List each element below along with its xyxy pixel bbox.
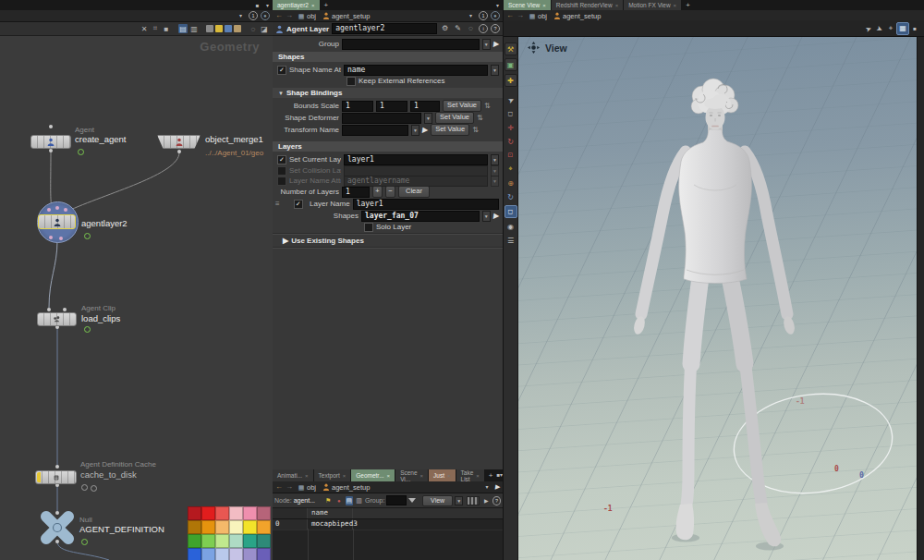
node-null-shape[interactable] [39, 509, 76, 546]
select-arrow-button[interactable]: ▶ [421, 126, 428, 134]
checkbox-unchecked[interactable] [346, 77, 356, 86]
breadcrumb-agent-setup[interactable]: agent_setup [321, 12, 371, 20]
dropdown-button[interactable]: ▼ [491, 176, 499, 187]
palette-swatch[interactable] [201, 520, 215, 534]
view-menu-button[interactable]: View [422, 495, 453, 506]
chevron-down-icon[interactable]: ▾ [492, 0, 503, 10]
magnifier-icon[interactable]: ◌ [466, 24, 476, 34]
scale-tool-icon[interactable]: ⊡ [505, 150, 517, 161]
back-arrow-icon[interactable]: ← [275, 483, 283, 491]
node-object-merge1[interactable] [157, 135, 201, 149]
bounds-y-field[interactable]: 1 [376, 101, 407, 112]
node-agentlayer2[interactable] [38, 214, 76, 229]
tab-take-list[interactable]: Take List× [456, 469, 485, 481]
node-badge[interactable] [84, 326, 91, 333]
hand-tool-icon[interactable]: ☰ [505, 235, 517, 246]
pin-icon[interactable]: ● [261, 11, 270, 20]
tab-agentlayer2[interactable]: agentlayer2 × [273, 0, 321, 10]
set-current-layers-field[interactable]: layer1 [344, 154, 488, 165]
palette-swatch[interactable] [215, 506, 229, 520]
node-name[interactable]: cache_to_disk [80, 469, 137, 480]
close-icon[interactable]: × [476, 473, 480, 479]
palette-swatch[interactable] [201, 506, 215, 520]
chevron-down-icon[interactable]: ▾ [466, 11, 476, 21]
link-group-badge[interactable]: 1 [249, 11, 258, 20]
back-arrow-icon[interactable]: ← [275, 12, 283, 19]
palette-swatch[interactable] [201, 534, 215, 548]
close-icon[interactable]: × [447, 473, 451, 479]
palette-swatch[interactable] [188, 506, 201, 520]
remove-layer-button[interactable]: − [385, 186, 395, 198]
palette-swatch[interactable] [229, 548, 243, 560]
pane-split-icon[interactable]: ■ [252, 0, 262, 10]
spinner-icon[interactable]: ⇅ [484, 102, 491, 110]
close-icon[interactable]: × [420, 473, 424, 479]
breadcrumb-agent-setup[interactable]: agent_setup [321, 483, 371, 492]
breadcrumb-agent-setup[interactable]: agent_setup [552, 12, 602, 20]
drag-handle-icon[interactable]: ≡ [275, 200, 280, 208]
palette-swatch[interactable] [243, 534, 257, 548]
close-icon[interactable]: × [311, 3, 315, 8]
tab-geometry-spreadsheet[interactable]: Geometr...× [351, 469, 395, 481]
layer-name-field[interactable]: layer1 [353, 199, 499, 210]
use-existing-shapes-row[interactable]: ▶ Use Existing Shapes [273, 236, 503, 246]
dropdown-button[interactable]: ▼ [482, 211, 491, 222]
tab-scene-view[interactable]: Scene Vi...× [395, 469, 429, 481]
select-arrow-button[interactable]: ▶ [492, 40, 499, 48]
tool-add-icon[interactable]: ✚ [505, 74, 517, 87]
rotate-tool-icon[interactable]: ↻ [505, 136, 517, 147]
filter-funnel-icon[interactable] [408, 498, 416, 503]
set-value-button[interactable]: Set Value [443, 100, 481, 112]
palette-swatch[interactable] [257, 534, 271, 548]
network-canvas[interactable]: Geometry [0, 34, 273, 560]
tab-just[interactable]: Just× [429, 469, 456, 481]
select-arrow-button[interactable]: ▶ [492, 212, 499, 220]
select-arrow-button[interactable]: ▶ [494, 483, 501, 491]
tab-motion-fx-view[interactable]: Motion FX View× [624, 0, 682, 10]
tab-scene-view[interactable]: Scene View× [504, 0, 552, 10]
expand-arrow-icon[interactable]: ▶ [481, 495, 491, 505]
checkbox-checked[interactable]: ✓ [294, 200, 303, 209]
checkbox-disabled[interactable] [277, 166, 286, 176]
flag-icon[interactable]: ⚑ [323, 495, 333, 505]
palette-swatch[interactable] [215, 520, 229, 534]
palette-swatch[interactable] [257, 548, 271, 560]
group-field[interactable] [342, 39, 480, 50]
translate-tool-icon[interactable]: ✛ [505, 122, 517, 133]
add-layer-button[interactable]: + [372, 186, 383, 198]
tools-icon[interactable]: ✕ [140, 24, 149, 33]
chevron-down-icon[interactable]: ▾ [262, 0, 273, 10]
palette-swatch[interactable] [215, 534, 229, 548]
palette-swatch[interactable] [243, 506, 257, 520]
orbit-tool-icon[interactable]: ↻ [505, 191, 517, 202]
transform-name-field[interactable] [342, 125, 408, 136]
right-stowbar[interactable] [917, 37, 924, 560]
dropdown-button[interactable]: ▼ [482, 39, 491, 50]
network-box-chip-icon[interactable] [225, 25, 232, 32]
clear-layers-button[interactable]: Clear [398, 186, 430, 198]
node-name[interactable]: agentlayer2 [81, 218, 128, 228]
info-icon[interactable]: i [479, 24, 488, 33]
shape-name-field[interactable]: name [344, 65, 488, 76]
palette-swatch[interactable] [215, 548, 229, 560]
node-badge[interactable] [84, 233, 91, 239]
close-icon[interactable]: × [305, 473, 309, 479]
grid-chip-icon[interactable] [206, 25, 213, 32]
palette-swatch[interactable] [243, 548, 257, 560]
palette-swatch[interactable] [229, 506, 243, 520]
tool-grid-icon[interactable]: ▣ [505, 58, 517, 71]
palette-swatch[interactable] [188, 548, 201, 560]
node-name[interactable]: load_clips [81, 313, 120, 323]
node-path-value[interactable]: agent... [294, 497, 315, 504]
breadcrumb-obj[interactable]: ▦ obj [296, 12, 318, 20]
spinner-icon[interactable]: ⇅ [477, 114, 483, 122]
palette-swatch[interactable] [188, 520, 201, 534]
area-select-icon[interactable]: ⌖ [885, 23, 896, 34]
forward-arrow-icon[interactable]: → [517, 12, 524, 19]
view-tool-icon[interactable]: ◻ [505, 205, 517, 218]
bounds-z-field[interactable]: 1 [410, 101, 440, 112]
spinner-icon[interactable]: ⇅ [472, 126, 479, 134]
hierarchy-icon[interactable]: ⌗ [151, 24, 160, 33]
checkbox-checked[interactable]: ✓ [277, 155, 286, 164]
checkbox-disabled[interactable] [277, 177, 286, 186]
